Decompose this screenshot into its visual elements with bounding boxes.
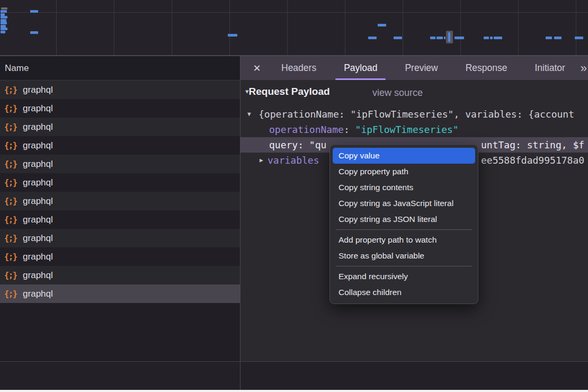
request-row[interactable]: {;}graphql: [0, 284, 240, 303]
page-bottom-strip: [0, 390, 588, 392]
payload-summary-row[interactable]: ▼ {operationName: "ipFlowTimeseries", va…: [240, 106, 588, 122]
menu-item-store-as-global-variable[interactable]: Store as global variable: [333, 248, 475, 264]
tab-label: Response: [466, 63, 507, 74]
waterfall-bar: [30, 10, 38, 13]
menu-item-copy-value[interactable]: Copy value: [333, 148, 475, 164]
waterfall-bar: [430, 37, 435, 39]
waterfall-bar: [1, 22, 7, 24]
overview-gridline: [172, 0, 172, 55]
waterfall-bar: [546, 37, 552, 39]
overview-gridline: [229, 0, 230, 55]
json-braces-icon: {;}: [4, 289, 17, 299]
json-braces-icon: {;}: [4, 252, 17, 262]
overview-marker-tick: [448, 32, 450, 42]
menu-item-expand-recursively[interactable]: Expand recursively: [333, 269, 475, 284]
waterfall-bar: [1, 7, 7, 10]
waterfall-bar: [30, 31, 38, 34]
json-braces-icon: {;}: [4, 215, 17, 225]
request-name: graphql: [23, 85, 53, 95]
more-tabs-icon[interactable]: »: [581, 56, 587, 80]
expanded-caret-icon[interactable]: ▼: [247, 106, 251, 122]
menu-item-add-property-path-to-watch[interactable]: Add property path to watch: [333, 232, 475, 248]
waterfall-bar: [368, 37, 377, 39]
overview-gridline: [56, 0, 57, 55]
request-row[interactable]: {;}graphql: [0, 173, 240, 192]
request-name: graphql: [23, 215, 53, 225]
json-braces-icon: {;}: [4, 197, 17, 206]
tab-preview[interactable]: Preview: [395, 56, 448, 80]
waterfall-bar: [228, 34, 237, 37]
request-name: graphql: [23, 196, 53, 207]
menu-item-copy-string-contents[interactable]: Copy string contents: [333, 180, 475, 195]
overview-gridline: [518, 0, 519, 55]
overview-gridline: [576, 0, 576, 55]
request-row[interactable]: {;}graphql: [0, 136, 240, 155]
detail-tab-bar: ✕ HeadersPayloadPreviewResponseInitiator…: [240, 56, 588, 80]
request-name: graphql: [23, 159, 53, 170]
tab-headers[interactable]: Headers: [271, 56, 326, 80]
operation-name-row[interactable]: operationName: "ipFlowTimeseries": [240, 122, 588, 137]
menu-item-copy-string-as-json-literal[interactable]: Copy string as JSON literal: [333, 211, 475, 227]
request-row[interactable]: {;}graphql: [0, 247, 240, 266]
request-name: graphql: [23, 270, 53, 281]
waterfall-bar: [490, 37, 493, 39]
request-row[interactable]: {;}graphql: [0, 229, 240, 247]
overview-gridline: [345, 0, 345, 55]
json-braces-icon: {;}: [4, 122, 17, 132]
request-name: graphql: [23, 122, 53, 132]
variables-fragment-right: ee5588fdad995178a0: [481, 153, 584, 168]
view-source-link[interactable]: view source: [372, 87, 423, 99]
property-key: operationName: [269, 124, 344, 135]
menu-separator: [336, 266, 472, 266]
query-fragment-left: query: "qu: [269, 137, 326, 153]
overview-hover-marker: [446, 31, 453, 43]
waterfall-bar: [444, 37, 446, 39]
tab-label: Payload: [344, 63, 377, 74]
network-overview[interactable]: [0, 0, 588, 56]
collapsed-caret-icon[interactable]: ▶: [260, 153, 263, 168]
request-row[interactable]: {;}graphql: [0, 210, 240, 229]
request-list-panel: Name {;}graphql{;}graphql{;}graphql{;}gr…: [0, 56, 240, 390]
request-name: graphql: [23, 140, 53, 151]
waterfall-bar: [1, 31, 5, 33]
key-value-separator: :: [344, 124, 355, 135]
waterfall-bar: [554, 37, 562, 39]
request-payload-section-header[interactable]: ▾Request Payload: [245, 86, 330, 97]
menu-item-copy-string-as-javascript-literal[interactable]: Copy string as JavaScript literal: [333, 195, 475, 211]
menu-item-copy-property-path[interactable]: Copy property path: [333, 164, 475, 180]
overview-gridline: [114, 0, 114, 55]
request-row[interactable]: {;}graphql: [0, 118, 240, 136]
waterfall-bar: [1, 28, 7, 30]
tab-initiator[interactable]: Initiator: [524, 56, 575, 80]
property-key: variables: [268, 153, 319, 168]
json-braces-icon: {;}: [4, 85, 17, 95]
menu-item-collapse-children[interactable]: Collapse children: [333, 284, 475, 300]
tab-label: Preview: [405, 63, 438, 74]
section-title: Request Payload: [249, 86, 330, 97]
tab-response[interactable]: Response: [456, 56, 518, 80]
tab-payload[interactable]: Payload: [334, 56, 387, 80]
waterfall-bar: [394, 37, 402, 39]
request-name: graphql: [23, 103, 53, 114]
request-row[interactable]: {;}graphql: [0, 99, 240, 118]
overview-gridline: [460, 0, 461, 55]
request-name: graphql: [23, 252, 53, 262]
waterfall-bar: [575, 37, 583, 39]
request-row[interactable]: {;}graphql: [0, 155, 240, 173]
name-column-header[interactable]: Name: [0, 56, 240, 81]
waterfall-bar: [378, 24, 386, 26]
request-row[interactable]: {;}graphql: [0, 81, 240, 99]
overview-gridline: [403, 0, 403, 55]
payload-summary-text: {operationName: "ipFlowTimeseries", vari…: [259, 106, 574, 122]
json-braces-icon: {;}: [4, 141, 17, 150]
json-braces-icon: {;}: [4, 104, 17, 113]
waterfall-bar: [455, 37, 464, 39]
json-braces-icon: {;}: [4, 271, 17, 280]
tab-label: Headers: [281, 63, 316, 74]
request-name: graphql: [23, 289, 53, 299]
request-row[interactable]: {;}graphql: [0, 192, 240, 210]
close-icon[interactable]: ✕: [250, 56, 264, 80]
query-fragment-right: untTag: string, $f: [481, 137, 584, 153]
request-row[interactable]: {;}graphql: [0, 266, 240, 284]
tab-label: Initiator: [534, 63, 565, 74]
